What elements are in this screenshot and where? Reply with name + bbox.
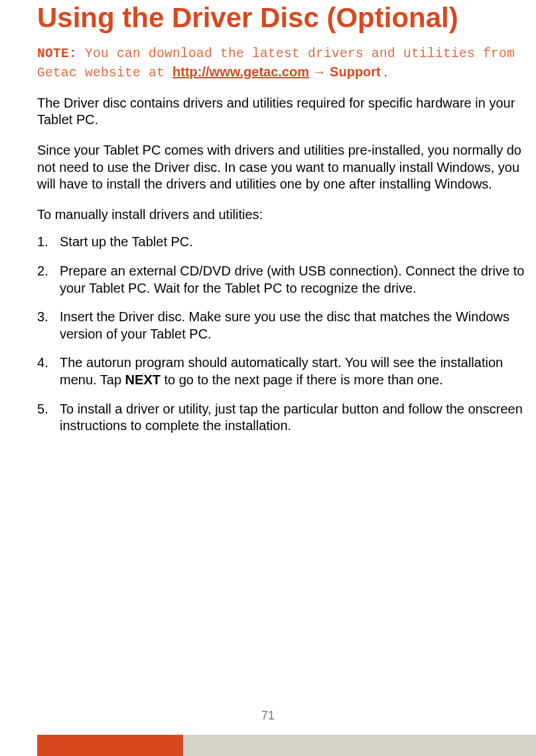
next-button-label: NEXT — [125, 372, 161, 387]
step-1-text: Start up the Tablet PC. — [60, 234, 193, 249]
step-1: Start up the Tablet PC. — [60, 234, 536, 251]
step-4-text-b: to go to the next page if there is more … — [161, 372, 443, 387]
step-2: Prepare an external CD/DVD drive (with U… — [60, 263, 536, 297]
step-5: To install a driver or utility, just tap… — [60, 401, 536, 435]
step-4: The autorun program should automatically… — [60, 354, 536, 388]
footer-segment-orange — [37, 735, 183, 756]
paragraph-2: Since your Tablet PC comes with drivers … — [37, 142, 536, 193]
page-title: Using the Driver Disc (Optional) — [37, 0, 536, 33]
note-period: . — [381, 66, 388, 79]
step-3: Insert the Driver disc. Make sure you us… — [60, 309, 536, 342]
arrow-icon: → — [309, 64, 330, 79]
footer-segment-grey — [183, 735, 536, 756]
support-label: Support — [330, 64, 381, 79]
step-5-text: To install a driver or utility, just tap… — [60, 402, 523, 433]
step-3-text: Insert the Driver disc. Make sure you us… — [60, 309, 509, 341]
step-2-text: Prepare an external CD/DVD drive (with U… — [60, 264, 524, 295]
document-page: Using the Driver Disc (Optional) NOTE: Y… — [0, 0, 536, 435]
paragraph-1: The Driver disc contains drivers and uti… — [37, 95, 536, 129]
note-label: NOTE: — [37, 46, 77, 61]
steps-list: Start up the Tablet PC. Prepare an exter… — [37, 234, 536, 434]
footer-bar — [0, 735, 536, 756]
note-block: NOTE: You can download the latest driver… — [37, 45, 536, 82]
footer-segment-white — [0, 735, 37, 756]
website-link[interactable]: http://www.getac.com — [172, 64, 309, 79]
page-number: 71 — [0, 709, 536, 723]
paragraph-3: To manually install drivers and utilitie… — [37, 206, 536, 224]
